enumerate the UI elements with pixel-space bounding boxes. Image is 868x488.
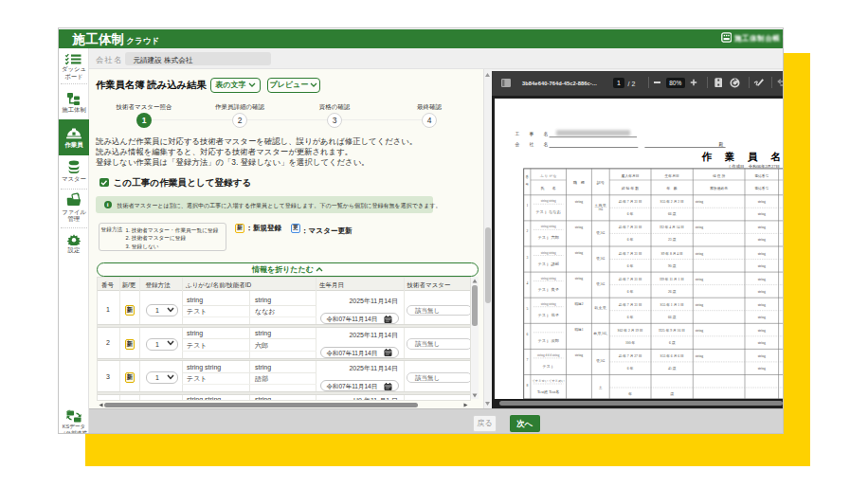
svg-text:string: string — [758, 200, 766, 204]
svg-text:45 年 7 月 27 日: 45 年 7 月 27 日 — [619, 354, 642, 358]
svg-text:string: string — [758, 316, 766, 319]
svg-text:string: string — [758, 212, 766, 216]
svg-text:45 年 7 月 31 日: 45 年 7 月 31 日 — [619, 303, 642, 307]
svg-text:6 歳: 6 歳 — [669, 340, 676, 345]
svg-text:テスト 次郎: テスト 次郎 — [538, 338, 559, 343]
svg-text:string: string — [696, 303, 703, 307]
svg-text:電話番号: 電話番号 — [754, 173, 769, 178]
svg-text:H25 年 9 月 16 日: H25 年 9 月 16 日 — [659, 329, 685, 333]
svg-text:S9 年 8 月 4 日: S9 年 8 月 4 日 — [661, 252, 683, 256]
svg-text:string: string — [696, 252, 703, 256]
svg-text:45 年 7 月 31 日: 45 年 7 月 31 日 — [619, 226, 642, 229]
svg-text:string: string — [575, 277, 583, 280]
svg-text:職種1: 職種1 — [574, 328, 583, 332]
svg-text:記号: 記号 — [597, 180, 605, 186]
svg-text:林,管,1特,: 林,管,1特, — [593, 331, 608, 336]
svg-text:転,全,管,: 転,全,管, — [594, 305, 606, 311]
svg-text:6 年: 6 年 — [627, 290, 634, 294]
svg-text:3: 3 — [526, 256, 528, 260]
svg-text:string: string — [758, 290, 766, 294]
svg-text:string: string — [758, 226, 766, 229]
svg-text:100 年: 100 年 — [625, 341, 635, 345]
svg-text:ふ り が な: ふ り が な — [539, 174, 557, 178]
svg-text:てすとせい てすとめい: てすとせい てすとめい — [532, 379, 565, 383]
svg-text:家族連絡先: 家族連絡先 — [710, 186, 728, 190]
svg-text:テスト 六郎: テスト 六郎 — [538, 235, 559, 240]
svg-text:string string: string string — [541, 225, 556, 228]
svg-text:string string: string string — [541, 302, 556, 306]
svg-text:string string: string string — [541, 199, 556, 203]
svg-text:string: string — [758, 354, 766, 358]
svg-text:号: 号 — [526, 183, 530, 187]
svg-text:番: 番 — [526, 174, 530, 179]
svg-text:歳: 歳 — [670, 391, 674, 396]
svg-text:工事名: 工事名 — [515, 131, 558, 137]
svg-text:string: string — [696, 354, 703, 358]
svg-text:テスト ななお: テスト ななお — [535, 209, 561, 214]
svg-text:S55 年 1 月 1 日: S55 年 1 月 1 日 — [660, 303, 684, 307]
svg-text:H2 年 4 月 14 日: H2 年 4 月 14 日 — [660, 226, 684, 229]
svg-text:6: 6 — [526, 333, 528, 336]
svg-text:（ 作成日 令和06年2月27日: （ 作成日 令和06年2月27日 — [727, 164, 780, 169]
svg-text:1特: 1特 — [598, 208, 604, 211]
svg-text:作業員名: 作業員名 — [701, 152, 784, 162]
svg-text:45 年 7 月 31 日: 45 年 7 月 31 日 — [619, 200, 642, 204]
svg-text:現 住 所: 現 住 所 — [713, 173, 725, 178]
svg-text:8: 8 — [526, 384, 528, 388]
svg-text:string: string — [758, 278, 766, 281]
svg-text:string: string — [575, 251, 583, 255]
svg-text:string: string — [575, 226, 583, 229]
svg-text:66 歳: 66 歳 — [668, 211, 677, 216]
svg-text:string string: string string — [541, 251, 556, 255]
svg-text:4: 4 — [526, 281, 528, 285]
svg-text:45 年 7 月 31 日: 45 年 7 月 31 日 — [619, 252, 642, 256]
svg-text:string: string — [696, 329, 703, 333]
svg-text:6 年: 6 年 — [627, 316, 634, 319]
svg-text:string: string — [696, 278, 703, 281]
svg-text:H9 年 11 月 1 日: H9 年 11 月 1 日 — [660, 278, 684, 281]
svg-text:string: string — [758, 264, 766, 268]
svg-text:string string: string string — [541, 277, 556, 280]
svg-text:string: string — [758, 238, 766, 242]
svg-text:管,1特: 管,1特 — [596, 358, 606, 364]
svg-text:string d d d string: string d d d string — [537, 353, 560, 357]
svg-text:経 験 年 数: 経 験 年 数 — [621, 186, 639, 190]
svg-text:生年月日: 生年月日 — [664, 173, 679, 178]
svg-text:string: string — [758, 341, 766, 345]
svg-text:6 年: 6 年 — [627, 264, 634, 268]
svg-text:6 年: 6 年 — [627, 212, 634, 216]
svg-text:string: string — [758, 367, 766, 371]
svg-text:string: string — [575, 200, 583, 204]
svg-text:7: 7 — [526, 358, 528, 362]
svg-text:管,1特: 管,1特 — [596, 256, 606, 262]
svg-text:23 歳: 23 歳 — [668, 237, 677, 242]
svg-text:土: 土 — [599, 386, 603, 389]
svg-text:テスト 花子: テスト 花子 — [538, 313, 560, 317]
svg-text:S62 年 2 月 19 日: S62 年 2 月 19 日 — [618, 329, 643, 333]
svg-text:string: string — [696, 200, 703, 204]
svg-text:Test姓 Test名: Test姓 Test名 — [537, 389, 559, 394]
svg-text:66 歳: 66 歳 — [668, 315, 677, 319]
svg-text:S55 年 2 月 2 日: S55 年 2 月 2 日 — [660, 200, 684, 204]
svg-text:管,1特: 管,1特 — [596, 230, 606, 236]
svg-text:テスト: テスト — [542, 364, 554, 369]
svg-text:string: string — [696, 226, 703, 229]
svg-text:年 齢: 年 齢 — [665, 186, 678, 190]
svg-text:90 歳: 90 歳 — [668, 263, 677, 268]
svg-text:45 年 7 月 31 日: 45 年 7 月 31 日 — [619, 278, 642, 281]
svg-text:電話番号: 電話番号 — [754, 186, 769, 190]
svg-text:職 種: 職 種 — [573, 180, 585, 185]
svg-text:職種2: 職種2 — [574, 302, 583, 306]
svg-text:string: string — [758, 252, 766, 256]
svg-text:6 年: 6 年 — [627, 367, 634, 371]
svg-text:string: string — [758, 329, 766, 333]
svg-text:string: string — [758, 303, 766, 307]
svg-text:26 歳: 26 歳 — [668, 289, 677, 294]
svg-text:雇入年月日: 雇入年月日 — [622, 173, 640, 178]
svg-text:1: 1 — [526, 204, 528, 208]
svg-text:45 歳: 45 歳 — [668, 366, 677, 371]
svg-text:年: 年 — [627, 392, 632, 396]
svg-text:5: 5 — [526, 307, 528, 311]
svg-text:殿: 殿 — [719, 142, 724, 147]
svg-text:6 年: 6 年 — [627, 238, 634, 242]
